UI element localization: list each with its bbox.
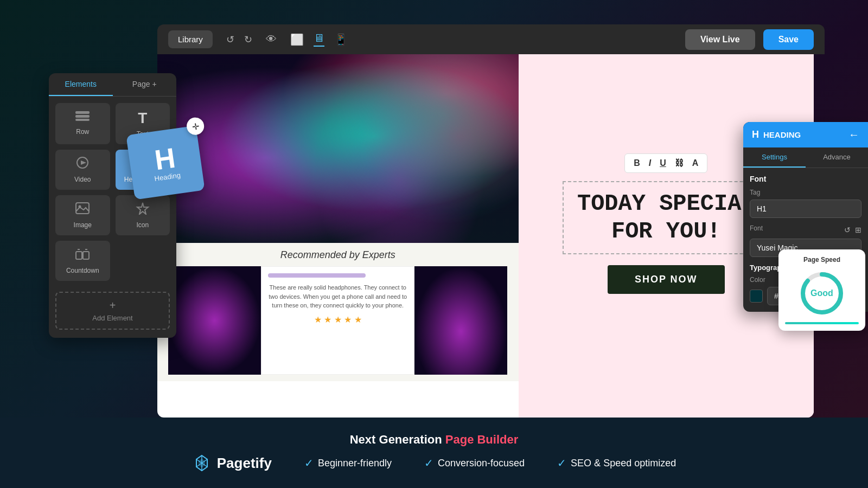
feature-label-2: SEO & Speed optimized <box>571 458 676 469</box>
back-button[interactable]: ← <box>848 129 859 141</box>
speed-rating: Good <box>797 269 846 318</box>
row-icon <box>75 110 90 125</box>
tag-input[interactable] <box>750 200 861 218</box>
image-label: Image <box>74 221 92 229</box>
review-rating-bar <box>268 273 366 278</box>
tagline-highlight: Page Builder <box>445 433 518 446</box>
svg-marker-9 <box>81 160 86 165</box>
svg-marker-13 <box>137 203 148 214</box>
undo-redo-group: ↺ ↻ <box>226 34 252 46</box>
check-icon-1: ✓ <box>424 457 433 470</box>
speed-title: Page Speed <box>785 256 859 264</box>
mobile-icon[interactable]: 📱 <box>334 33 348 46</box>
panel-tabs: Elements Page + <box>49 73 176 97</box>
redo-icon[interactable]: ↻ <box>244 34 252 46</box>
page-speed-widget: Page Speed Good <box>778 249 865 331</box>
text-formatting-toolbar: B I U ⛓ A <box>624 153 707 173</box>
tagline-static: Next Generation <box>350 433 442 446</box>
speed-gauge: Good <box>797 269 846 318</box>
advance-tab[interactable]: Advance <box>806 147 868 168</box>
panel-section-tabs: Settings Advance <box>743 147 868 168</box>
font-label: Font <box>750 224 763 232</box>
element-icon[interactable]: Icon <box>116 195 170 235</box>
svg-rect-14 <box>76 252 82 259</box>
bottom-bar: Next Generation Page Builder Pagetify ✓ … <box>0 418 868 488</box>
underline-button[interactable]: U <box>658 157 668 169</box>
element-row[interactable]: Row <box>55 103 110 144</box>
svg-rect-5 <box>75 111 90 114</box>
heading-panel-header: H HEADING ← <box>743 122 868 147</box>
library-button[interactable]: Library <box>168 30 213 48</box>
heading-drag-widget[interactable]: ✛ H Heading <box>126 126 205 200</box>
tag-label: Tag <box>750 189 861 196</box>
device-switcher: ⬜ 🖥 📱 <box>290 32 348 47</box>
plus-icon: + <box>110 299 116 312</box>
image-icon <box>75 202 90 218</box>
icon-label: Icon <box>136 221 149 229</box>
undo-icon[interactable]: ↺ <box>226 34 234 46</box>
countdown-label: Countdown <box>66 267 99 274</box>
feature-item-2: ✓ SEO & Speed optimized <box>557 457 676 470</box>
elements-panel: Elements Page + Row T Text Video Her <box>49 73 176 338</box>
brand-logo-icon <box>192 453 212 473</box>
color-swatch[interactable] <box>750 290 763 303</box>
tagline: Next Generation Page Builder <box>350 433 519 447</box>
speed-bar <box>785 322 859 324</box>
refresh-icon[interactable]: ↺ <box>844 226 851 234</box>
hero-image <box>157 30 519 243</box>
brand-name: Pagetify <box>217 455 272 472</box>
heading-panel-label: HEADING <box>763 130 801 139</box>
canvas-area: Recommended by Experts These are really … <box>157 30 814 418</box>
special-offer-text: TODAY SPECIAL FOR YOU! <box>563 181 770 254</box>
features-row: Pagetify ✓ Beginner-friendly ✓ Conversio… <box>192 453 676 473</box>
row-label: Row <box>76 128 89 136</box>
view-live-button[interactable]: View Live <box>685 29 755 50</box>
canvas-left: Recommended by Experts These are really … <box>157 30 519 418</box>
countdown-icon <box>75 247 90 264</box>
font-row: Font ↺ ⊞ <box>750 224 861 235</box>
settings-tab[interactable]: Settings <box>743 147 806 168</box>
text-icon: T <box>138 110 147 127</box>
video-label: Video <box>74 176 91 183</box>
review-card: These are really solid headphones. They … <box>261 266 414 375</box>
heading-h-icon: H <box>752 129 759 140</box>
element-video[interactable]: Video <box>55 150 110 190</box>
shop-now-button[interactable]: SHOP NOW <box>608 265 725 294</box>
save-button[interactable]: Save <box>763 29 814 50</box>
brand-logo: Pagetify <box>192 453 272 473</box>
align-button[interactable]: A <box>690 157 701 169</box>
video-icon <box>75 156 90 172</box>
check-icon-0: ✓ <box>304 457 314 470</box>
heading-letter: H <box>153 143 177 174</box>
feature-item-1: ✓ Conversion-focused <box>424 457 525 470</box>
special-line1: TODAY SPECIAL <box>577 191 755 217</box>
product-cards: These are really solid headphones. They … <box>168 266 508 375</box>
italic-button[interactable]: I <box>647 157 653 169</box>
check-icon-2: ✓ <box>557 457 566 470</box>
product-card-2 <box>414 266 507 375</box>
eye-off-icon[interactable]: 👁 <box>266 33 277 46</box>
recommended-section: Recommended by Experts These are really … <box>157 243 519 381</box>
add-element-label: Add Element <box>92 314 132 322</box>
font-icons: ↺ ⊞ <box>844 226 861 234</box>
grid-icon[interactable]: ⊞ <box>855 226 861 234</box>
tablet-icon[interactable]: ⬜ <box>290 33 304 46</box>
svg-rect-11 <box>76 203 89 214</box>
svg-rect-7 <box>75 119 90 121</box>
add-element-button[interactable]: + Add Element <box>55 292 170 330</box>
visibility-group: 👁 <box>266 33 277 46</box>
toolbar: Library ↺ ↻ 👁 ⬜ 🖥 📱 View Live Save <box>157 24 825 54</box>
element-image[interactable]: Image <box>55 195 110 235</box>
special-line2: FOR YOU! <box>611 219 721 245</box>
review-stars: ★ ★ ★ ★ ★ <box>268 314 407 325</box>
font-section-title: Font <box>750 175 861 183</box>
link-button[interactable]: ⛓ <box>673 157 686 169</box>
element-countdown[interactable]: Countdown <box>55 241 110 281</box>
feature-label-1: Conversion-focused <box>438 458 525 469</box>
tab-page[interactable]: Page + <box>113 73 177 96</box>
bold-button[interactable]: B <box>631 157 642 169</box>
svg-rect-6 <box>75 115 90 118</box>
tab-elements[interactable]: Elements <box>49 73 113 96</box>
icon-icon <box>135 202 150 218</box>
desktop-icon[interactable]: 🖥 <box>314 32 324 47</box>
